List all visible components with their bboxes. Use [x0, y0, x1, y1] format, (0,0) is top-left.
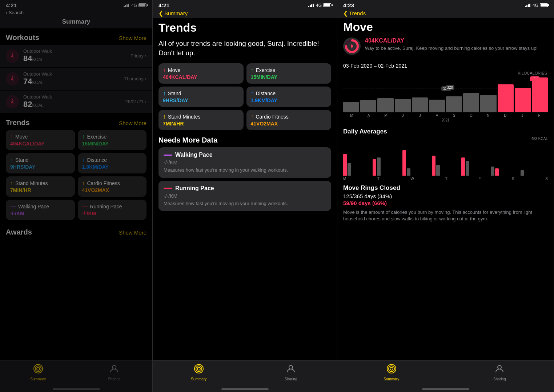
mid-trend-cardio[interactable]: ↑ Cardio Fitness 41VO2MAX	[246, 110, 332, 130]
mid-trend-move[interactable]: ↑ Move 404KCAL/DAY	[158, 63, 244, 84]
daily-bar-m	[343, 154, 370, 176]
workout-calories-2: 82KCAL	[23, 100, 125, 109]
right-summary-icon	[386, 364, 397, 376]
left-status-icons: 4G	[124, 3, 146, 8]
mid-network-label: 4G	[316, 3, 322, 8]
daily-x-th: T	[445, 177, 447, 181]
needs-dash-walk	[164, 155, 172, 156]
daily-x-f: F	[478, 177, 481, 181]
needs-desc-run: Measures how fast you're moving in your …	[164, 200, 326, 207]
mid-status-time: 4:21	[158, 2, 169, 8]
svg-point-0	[12, 53, 13, 54]
mid-trend-stand[interactable]: ↑ Stand 9HRS/DAY	[158, 87, 244, 107]
right-back-button[interactable]: ❮ Trends	[343, 10, 548, 17]
trend-card-exercise[interactable]: ↑ Exercise 15MIN/DAY	[78, 130, 147, 150]
right-nav-summary[interactable]: Summary	[337, 364, 446, 381]
mid-battery-icon	[323, 3, 331, 7]
trend-header-walk-pace: — Walking Pace	[10, 203, 71, 210]
svg-point-2	[12, 99, 13, 100]
left-nav-sharing[interactable]: Sharing	[76, 364, 153, 381]
xlabel-a: A	[360, 113, 377, 117]
right-home-bar	[422, 388, 469, 390]
right-chart-container: KILOCALORIES 320 404	[337, 71, 554, 125]
mid-needs-title: Needs More Data	[153, 133, 337, 147]
mid-arrow-cardio: ↑	[251, 113, 254, 120]
bar-m	[343, 102, 359, 112]
mid-home-indicator	[153, 387, 337, 392]
bar-n	[480, 95, 496, 112]
right-bottom-nav: Summary Sharing	[337, 360, 554, 387]
move-ring-icon	[345, 39, 359, 53]
workout-item-1[interactable]: Outdoor Walk 74KCAL Thursday ›	[0, 68, 152, 90]
left-workouts-show-more[interactable]: Show More	[119, 35, 146, 41]
mid-value-move: 404KCAL/DAY	[163, 74, 239, 80]
mid-back-button[interactable]: ❮ Summary	[158, 10, 331, 17]
mid-value-exercise: 15MIN/DAY	[251, 74, 327, 80]
left-summary-icon	[33, 364, 43, 376]
trend-value-exercise: 15MIN/DAY	[82, 141, 142, 147]
left-awards-show-more[interactable]: Show More	[119, 229, 146, 236]
left-nav-summary[interactable]: Summary	[0, 364, 76, 381]
trend-card-stand[interactable]: ↑ Stand 9HRS/DAY	[6, 153, 75, 173]
svg-point-4	[35, 366, 41, 372]
trend-arrow-stand-min: ↑	[10, 180, 13, 187]
trend-card-run-pace[interactable]: — Running Pace -/-/KM	[78, 200, 147, 220]
trend-header-stand: ↑ Stand	[10, 157, 71, 163]
needs-name-walk: Walking Pace	[175, 152, 213, 158]
daily-bar-s-gray	[491, 167, 494, 176]
workout-day-2: 26/01/21 ›	[125, 99, 146, 104]
left-search-link[interactable]: ‹ Search	[6, 10, 146, 15]
trend-arrow-move: ↑	[10, 133, 13, 140]
trend-card-stand-min[interactable]: ↑ Stand Minutes 7MIN/HR	[6, 176, 75, 197]
daily-bar-t-pink	[373, 159, 376, 176]
mid-title: Trends	[153, 18, 337, 39]
right-rings-days-highlight: 59/90 days (66%)	[343, 200, 548, 206]
workout-type-1: Outdoor Walk	[23, 71, 124, 77]
left-trends-grid: ↑ Move 404KCAL/DAY ↑ Exercise 15MIN/DAY …	[0, 130, 152, 223]
needs-dash-run	[164, 188, 172, 189]
left-sharing-icon	[109, 364, 119, 376]
mid-trend-stand-min[interactable]: ↑ Stand Minutes 7MIN/HR	[158, 110, 244, 130]
right-battery-icon	[540, 3, 548, 7]
mid-nav-summary[interactable]: Summary	[153, 364, 245, 381]
mid-sharing-icon	[286, 364, 296, 376]
walk-icon-1	[9, 75, 16, 83]
right-back-chevron-icon: ❮	[343, 10, 348, 17]
mid-nav-sharing[interactable]: Sharing	[245, 364, 337, 381]
workout-item-2[interactable]: Outdoor Walk 82KCAL 26/01/21 ›	[0, 91, 152, 113]
mid-value-stand: 9HRS/DAY	[163, 97, 239, 103]
trend-header-cardio: ↑ Cardio Fitness	[82, 180, 142, 187]
xlabel-m: M	[343, 113, 360, 117]
trend-header-move: ↑ Move	[10, 133, 71, 140]
right-nav-sharing[interactable]: Sharing	[446, 364, 554, 381]
mid-trend-distance[interactable]: ↑ Distance 1.9KM/DAY	[246, 87, 332, 107]
trend-card-move[interactable]: ↑ Move 404KCAL/DAY	[6, 130, 75, 150]
svg-point-9	[197, 367, 200, 370]
workout-item-0[interactable]: Outdoor Walk 84KCAL Friday ›	[0, 45, 152, 67]
trend-card-distance[interactable]: ↑ Distance 1.9KM/DAY	[78, 153, 147, 173]
needs-card-walk[interactable]: Walking Pace -/-/KM Measures how fast yo…	[158, 147, 331, 178]
mid-trend-exercise[interactable]: ↑ Exercise 15MIN/DAY	[246, 63, 332, 84]
bar-j	[395, 99, 411, 112]
needs-desc-walk: Measures how fast you're moving in your …	[164, 167, 326, 173]
svg-point-14	[389, 366, 394, 372]
left-trends-show-more[interactable]: Show More	[119, 120, 146, 126]
right-signal-icon	[525, 4, 530, 7]
left-trends-header: Trends Show More	[0, 113, 152, 130]
trend-card-cardio[interactable]: ↑ Cardio Fitness 41VO2MAX	[78, 176, 147, 197]
left-bottom-nav: Summary Sharing	[0, 360, 152, 387]
search-chevron-icon: ‹	[6, 11, 7, 15]
trend-header-exercise: ↑ Exercise	[82, 133, 142, 140]
right-network-label: 4G	[533, 3, 538, 8]
trend-value-walk-pace: -/-/KM	[10, 211, 71, 216]
right-chart-unit: KILOCALORIES	[343, 71, 548, 75]
right-move-info: 404KCAL/DAY Way to be active, Suraj. Kee…	[365, 37, 538, 52]
needs-card-run[interactable]: Running Pace -/-/KM Measures how fast yo…	[158, 181, 331, 211]
left-workouts-title: Workouts	[6, 33, 39, 42]
xlabel-f: F	[531, 113, 548, 117]
mid-value-cardio: 41VO2MAX	[251, 121, 327, 127]
bar-f	[532, 77, 548, 112]
trend-name-move: Move	[15, 134, 28, 140]
svg-point-6	[112, 365, 116, 369]
trend-card-walk-pace[interactable]: — Walking Pace -/-/KM	[6, 200, 75, 220]
